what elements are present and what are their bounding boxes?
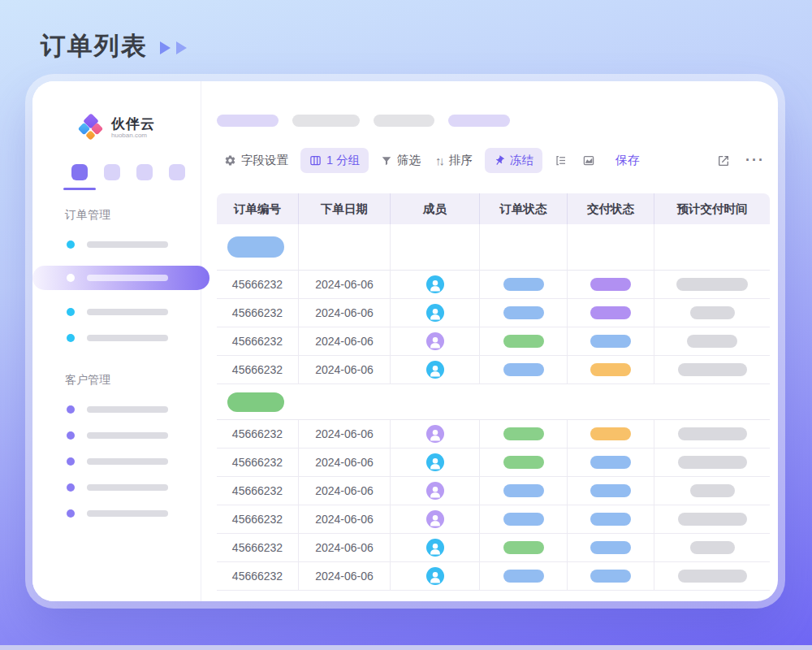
title-play-arrows-icon [159,41,188,55]
pin-icon [494,155,505,167]
filter-button[interactable]: 筛选 [374,148,428,173]
table-row[interactable]: 456662322024-06-06 [217,562,770,591]
order-status-cell [479,448,567,476]
group-label: 1 分组 [326,153,360,168]
group-header-row[interactable] [217,224,770,271]
order-status-cell [479,534,567,561]
sidebar-item[interactable] [67,457,201,466]
group-button[interactable]: 1 分组 [300,148,369,173]
sort-button[interactable]: ↑↓ 排序 [428,148,480,173]
sidebar-item-label-bar [87,406,168,413]
sidebar-item-active[interactable] [32,266,209,290]
app-window: 伙伴云 huoban.com 订单管理客户管理 字段 [32,81,778,601]
order-number-cell: 45666232 [217,420,298,448]
sidebar-item-dot [67,483,75,492]
order-date-cell: 2024-06-06 [298,299,390,327]
table-row[interactable]: 456662322024-06-06 [217,534,770,562]
expected-delivery-cell [654,562,770,590]
member-cell [390,562,479,590]
delivery-status-cell [567,356,654,384]
page-title: 订单列表 [41,29,148,63]
sidebar-item[interactable] [67,483,201,492]
more-button[interactable]: ··· [745,152,765,169]
sidebar-item-dot [67,308,75,316]
logo: 伙伴云 huoban.com [32,115,201,140]
order-status-cell [479,420,567,448]
chart-view-button[interactable] [575,150,603,171]
member-cell [390,477,479,505]
member-avatar-icon [426,567,444,585]
expected-delivery-placeholder [676,278,748,291]
logo-domain: huoban.com [111,132,155,139]
column-header[interactable]: 成员 [390,193,479,224]
share-button[interactable] [710,150,737,172]
member-avatar-icon [426,361,444,379]
workspace-tab[interactable] [136,164,153,180]
table-row[interactable]: 456662322024-06-06 [217,477,770,505]
delivery-status-cell [567,271,654,298]
workspace-tab-active[interactable] [71,164,88,180]
funnel-icon [381,155,392,167]
row-height-button[interactable] [547,150,575,171]
expected-delivery-cell [654,534,770,561]
expected-delivery-placeholder [678,570,747,583]
member-cell [390,505,479,533]
save-button[interactable]: 保存 [615,153,640,168]
order-number-cell: 45666232 [217,477,298,505]
view-tab-pill[interactable] [374,115,434,127]
group-header-cell [298,224,390,270]
expected-delivery-cell [654,299,770,327]
sidebar-item[interactable] [67,509,201,518]
workspace-tab[interactable] [104,164,120,180]
delivery-status-cell [567,327,654,355]
sidebar-item[interactable] [67,334,201,342]
member-cell [390,534,479,561]
workspace-active-underline [63,188,96,190]
order-number-cell: 45666232 [217,356,298,384]
table-row[interactable]: 456662322024-06-06 [217,271,770,299]
view-tab-pill[interactable] [292,115,360,127]
row-height-icon [555,154,568,167]
sidebar-item-label-bar [87,275,168,281]
column-header[interactable]: 下单日期 [298,193,390,224]
table-row[interactable]: 456662322024-06-06 [217,420,770,448]
column-header[interactable]: 交付状态 [567,193,654,224]
order-date-cell: 2024-06-06 [298,356,390,384]
sidebar-item[interactable] [67,240,201,249]
table-row[interactable]: 456662322024-06-06 [217,327,770,356]
view-tab-pill[interactable] [217,115,279,127]
order-status-pill [503,456,544,469]
column-header[interactable]: 预计交付时间 [654,193,770,224]
sidebar-item-label-bar [87,484,168,491]
group-header-row[interactable] [217,384,770,420]
sidebar-item[interactable] [67,308,201,316]
huoban-logo-icon [78,115,104,140]
order-status-pill [503,541,544,554]
sidebar-item[interactable] [67,405,201,414]
member-cell [390,356,479,384]
column-header[interactable]: 订单编号 [217,193,298,224]
table-row[interactable]: 456662322024-06-06 [217,299,770,327]
table-row[interactable]: 456662322024-06-06 [217,505,770,534]
expected-delivery-placeholder [690,541,735,554]
sidebar-item-dot [67,405,75,414]
expected-delivery-placeholder [678,427,747,440]
bottom-edge-strip [0,645,812,650]
workspace-tab[interactable] [169,164,185,180]
column-header[interactable]: 订单状态 [479,193,567,224]
orders-table: 订单编号下单日期成员订单状态交付状态预计交付时间 456662322024-06… [217,193,770,591]
order-number-cell: 45666232 [217,327,298,355]
sidebar-item-dot [67,457,75,466]
freeze-label: 冻结 [510,153,533,168]
delivery-status-cell [567,448,654,476]
member-cell [390,299,479,327]
sidebar-item-dot [67,431,75,440]
sidebar-item[interactable] [67,431,201,440]
field-settings-button[interactable]: 字段设置 [217,148,296,173]
workspace-switcher [71,164,201,180]
table-row[interactable]: 456662322024-06-06 [217,448,770,477]
view-tab-pill[interactable] [448,115,510,127]
table-row[interactable]: 456662322024-06-06 [217,356,770,384]
member-avatar-icon [426,304,444,322]
freeze-button[interactable]: 冻结 [485,148,542,173]
